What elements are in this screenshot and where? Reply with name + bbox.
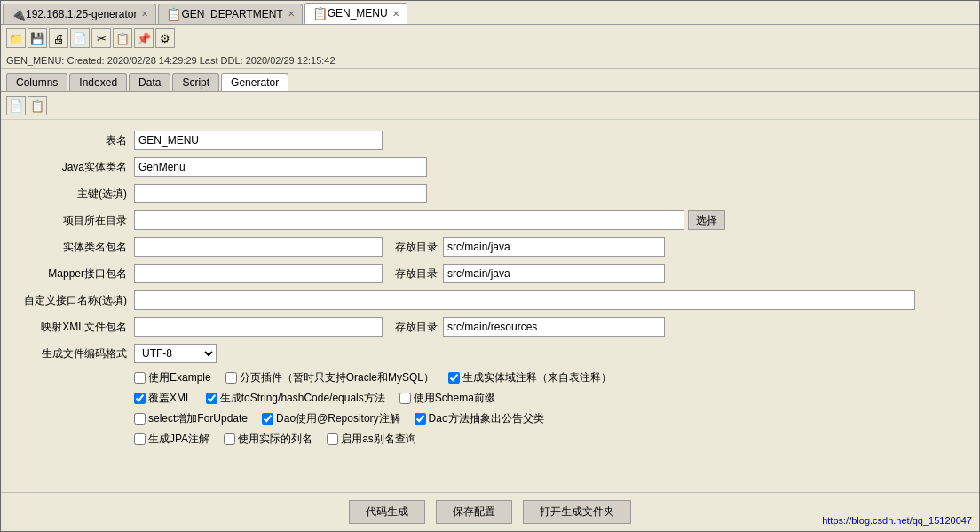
checkbox-tostring[interactable]: 生成toString/hashCode/equals方法	[206, 391, 385, 406]
sub-tab-bar: Columns Indexed Data Script Generator	[1, 69, 979, 92]
table-icon-1: 📋	[166, 7, 181, 21]
icon-toolbar: 📄 📋	[1, 92, 979, 120]
java-entity-input[interactable]	[134, 157, 427, 177]
info-bar: GEN_MENU: Created: 2020/02/28 14:29:29 L…	[1, 52, 979, 69]
choose-button[interactable]: 选择	[688, 210, 725, 230]
tab-gen-menu-close[interactable]: ✕	[392, 9, 399, 19]
connection-icon: 🔌	[11, 7, 26, 21]
tab-connection-close[interactable]: ✕	[141, 9, 148, 19]
table-name-label: 表名	[19, 133, 134, 148]
checkbox-pagination-input[interactable]	[225, 372, 237, 384]
checkbox-schema-input[interactable]	[399, 393, 411, 404]
checkbox-entity-comment-label: 生成实体域注释（来自表注释）	[462, 370, 612, 385]
add-icon-button[interactable]: 📄	[6, 96, 26, 115]
checkbox-entity-comment[interactable]: 生成实体域注释（来自表注释）	[448, 370, 612, 385]
checkbox-row-2: 覆盖XML 生成toString/hashCode/equals方法 使用Sch…	[19, 391, 961, 406]
tab-indexed-label: Indexed	[79, 76, 117, 89]
cut-button[interactable]: ✂	[91, 28, 111, 48]
tab-columns[interactable]: Columns	[6, 73, 67, 91]
checkbox-forupdate[interactable]: select增加ForUpdate	[134, 411, 248, 426]
checkbox-pagination-label: 分页插件（暂时只支持Oracle和MySQL）	[240, 370, 434, 385]
tab-gen-department[interactable]: 📋 GEN_DEPARTMENT ✕	[158, 4, 302, 24]
checkbox-abstract-input[interactable]	[415, 413, 426, 425]
tab-bar: 🔌 192.168.1.25-generator ✕ 📋 GEN_DEPARTM…	[1, 1, 979, 25]
open-folder-action-button[interactable]: 打开生成文件夹	[523, 500, 631, 524]
tab-data[interactable]: Data	[129, 73, 170, 91]
checkbox-row-1: 使用Example 分页插件（暂时只支持Oracle和MySQL） 生成实体域注…	[19, 370, 961, 385]
entity-pkg-row: 实体类名包名 存放目录	[19, 237, 961, 257]
tab-generator-label: Generator	[231, 76, 279, 89]
checkbox-schema[interactable]: 使用Schema前缀	[399, 391, 495, 406]
checkbox-tostring-input[interactable]	[206, 393, 217, 404]
checkbox-alias[interactable]: 启用as别名查询	[327, 432, 416, 447]
mapper-pkg-input[interactable]	[134, 264, 383, 283]
checkbox-cover-xml-input[interactable]	[134, 393, 146, 404]
mapper-save-label: 存放目录	[390, 266, 443, 282]
generate-code-button[interactable]: 代码生成	[349, 500, 425, 524]
checkbox-use-example-input[interactable]	[134, 372, 146, 384]
xml-pkg-input[interactable]	[134, 317, 383, 337]
entity-save-input[interactable]	[443, 237, 665, 257]
checkbox-forupdate-label: select增加ForUpdate	[148, 411, 248, 426]
entity-pkg-input[interactable]	[134, 237, 383, 257]
tab-script[interactable]: Script	[172, 73, 219, 91]
tab-script-label: Script	[182, 76, 209, 89]
checkbox-use-example[interactable]: 使用Example	[134, 370, 211, 385]
checkbox-repository-input[interactable]	[262, 413, 273, 425]
xml-save-input[interactable]	[443, 317, 665, 337]
mapper-save-group: 存放目录	[390, 264, 665, 283]
checkbox-row-4: 生成JPA注解 使用实际的列名 启用as别名查询	[19, 432, 961, 447]
table-name-input[interactable]	[134, 131, 383, 150]
primary-key-input[interactable]	[134, 184, 427, 203]
checkbox-abstract[interactable]: Dao方法抽象出公告父类	[415, 411, 544, 426]
checkbox-jpa-input[interactable]	[134, 433, 146, 445]
checkbox-jpa[interactable]: 生成JPA注解	[134, 432, 209, 447]
pin-button[interactable]: 📌	[134, 28, 154, 48]
mapper-save-input[interactable]	[443, 264, 665, 283]
entity-save-group: 存放目录	[390, 237, 665, 257]
encoding-select[interactable]: UTF-8 GBK ISO-8859-1	[134, 344, 217, 363]
tab-gen-menu[interactable]: 📋 GEN_MENU ✕	[304, 3, 407, 24]
checkbox-cover-xml-label: 覆盖XML	[148, 391, 192, 406]
xml-pkg-row: 映射XML文件包名 存放目录	[19, 317, 961, 337]
checkbox-actual-cols[interactable]: 使用实际的列名	[224, 432, 312, 447]
checkbox-row-3: select增加ForUpdate Dao使用@Repository注解 Dao…	[19, 411, 961, 426]
bottom-bar: 代码生成 保存配置 打开生成文件夹 https://blog.csdn.net/…	[1, 492, 979, 531]
info-text: GEN_MENU: Created: 2020/02/28 14:29:29 L…	[6, 55, 336, 66]
checkbox-actual-cols-input[interactable]	[224, 433, 235, 445]
checkbox-entity-comment-input[interactable]	[448, 372, 460, 384]
xml-pkg-group: 映射XML文件包名	[19, 317, 383, 337]
table-name-row: 表名	[19, 131, 961, 150]
checkbox-forupdate-input[interactable]	[134, 413, 146, 425]
main-toolbar: 📁 💾 🖨 📄 ✂ 📋 📌 ⚙	[1, 25, 979, 52]
tab-connection[interactable]: 🔌 192.168.1.25-generator ✕	[3, 4, 156, 24]
copy-button[interactable]: 📋	[113, 28, 132, 48]
checkbox-jpa-label: 生成JPA注解	[148, 432, 209, 447]
tab-gen-department-label: GEN_DEPARTMENT	[181, 8, 282, 20]
save-button[interactable]: 💾	[28, 28, 47, 48]
delete-icon-button[interactable]: 📋	[28, 96, 47, 115]
checkbox-tostring-label: 生成toString/hashCode/equals方法	[220, 391, 385, 406]
tab-data-label: Data	[138, 76, 161, 89]
custom-interface-input[interactable]	[134, 290, 915, 310]
checkbox-alias-label: 启用as别名查询	[341, 432, 416, 447]
tab-generator[interactable]: Generator	[221, 73, 288, 91]
custom-interface-label: 自定义接口名称(选填)	[19, 293, 134, 308]
project-dir-label: 项目所在目录	[19, 213, 134, 228]
save-config-button[interactable]: 保存配置	[436, 500, 512, 524]
checkbox-cover-xml[interactable]: 覆盖XML	[134, 391, 192, 406]
tab-indexed[interactable]: Indexed	[69, 73, 127, 91]
custom-interface-row: 自定义接口名称(选填)	[19, 290, 961, 310]
checkbox-pagination[interactable]: 分页插件（暂时只支持Oracle和MySQL）	[225, 370, 434, 385]
tab-gen-department-close[interactable]: ✕	[288, 9, 295, 19]
app-window: 🔌 192.168.1.25-generator ✕ 📋 GEN_DEPARTM…	[0, 0, 980, 532]
primary-key-label: 主键(选填)	[19, 187, 134, 202]
new-file-button[interactable]: 📄	[70, 28, 90, 48]
checkbox-repository[interactable]: Dao使用@Repository注解	[262, 411, 400, 426]
settings-button[interactable]: ⚙	[155, 28, 175, 48]
checkbox-alias-input[interactable]	[327, 433, 338, 445]
entity-pkg-group: 实体类名包名	[19, 237, 383, 257]
print-button[interactable]: 🖨	[49, 28, 68, 48]
open-folder-button[interactable]: 📁	[6, 28, 26, 48]
project-dir-input[interactable]	[134, 210, 684, 230]
